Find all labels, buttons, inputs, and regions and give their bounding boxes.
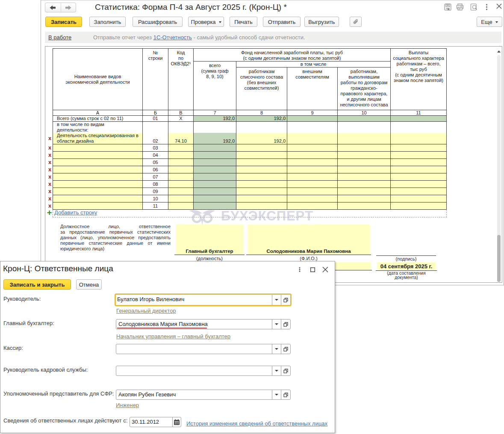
row-06-col11[interactable] xyxy=(391,166,447,173)
delete-row-icon[interactable]: x xyxy=(47,136,52,141)
row-09-col10[interactable] xyxy=(338,188,391,195)
row-activity-col9[interactable] xyxy=(287,133,338,144)
check-button[interactable]: Проверка xyxy=(188,17,224,27)
row-activity-col7[interactable]: 192,0 xyxy=(194,133,236,144)
row-03-col10[interactable] xyxy=(338,144,391,152)
manager-field[interactable]: Булатов Игорь Виленович xyxy=(116,295,290,305)
forward-button[interactable] xyxy=(61,3,76,12)
manager-dropdown-button[interactable] xyxy=(272,295,281,305)
manager-value[interactable]: Булатов Игорь Виленович xyxy=(116,295,272,305)
add-row-plus-icon[interactable]: + xyxy=(46,210,53,216)
sfr-representative-open-button[interactable] xyxy=(281,390,290,399)
row-11-okved[interactable] xyxy=(168,202,194,210)
back-button[interactable] xyxy=(45,3,61,12)
close-window-icon[interactable] xyxy=(496,3,503,10)
row-11-col7[interactable] xyxy=(194,202,236,210)
history-link[interactable]: История изменения сведений об ответствен… xyxy=(186,421,327,426)
row-09-col7[interactable] xyxy=(194,188,236,195)
row-03-col11[interactable] xyxy=(391,144,447,152)
row-10-col9[interactable] xyxy=(287,195,338,202)
row-08-col9[interactable] xyxy=(287,181,338,188)
row-07-okved[interactable] xyxy=(168,173,194,181)
row-08-col7[interactable] xyxy=(194,181,236,188)
row-09-col9[interactable] xyxy=(287,188,338,195)
cashier-value[interactable] xyxy=(116,344,272,354)
row-04-col11[interactable] xyxy=(391,152,447,159)
row-11-col8[interactable] xyxy=(236,202,287,210)
cashier-open-button[interactable] xyxy=(281,344,290,354)
fill-button[interactable]: Заполнить xyxy=(89,17,126,27)
cancel-button[interactable]: Отмена xyxy=(76,279,102,290)
dialog-kebab-menu-icon[interactable] xyxy=(299,267,301,272)
report-service-link[interactable]: 1С-Отчетность xyxy=(153,34,192,41)
hr-head-dropdown-button[interactable] xyxy=(272,366,281,375)
row-05-col9[interactable] xyxy=(287,159,338,166)
sfr-representative-position-link[interactable]: Инженер xyxy=(116,402,139,408)
row-07-col10[interactable] xyxy=(338,173,391,181)
row-total-col7[interactable]: 192,0 xyxy=(194,116,236,122)
row-03-col8[interactable] xyxy=(236,144,287,152)
row-06-col7[interactable] xyxy=(194,166,236,173)
more-button[interactable]: Еще xyxy=(477,17,502,27)
row-05-col11[interactable] xyxy=(391,159,447,166)
row-06-col10[interactable] xyxy=(338,166,391,173)
hr-head-value[interactable] xyxy=(116,366,272,375)
row-04-col8[interactable] xyxy=(236,152,287,159)
manager-open-button[interactable] xyxy=(281,295,290,305)
row-08-col8[interactable] xyxy=(236,181,287,188)
kebab-menu-icon[interactable] xyxy=(486,3,488,11)
delete-row-icon[interactable]: x xyxy=(47,174,52,179)
row-06-okved[interactable] xyxy=(168,166,194,173)
row-06-col8[interactable] xyxy=(236,166,287,173)
save-icon[interactable] xyxy=(444,3,452,11)
position-field[interactable]: Главный бухгалтер xyxy=(176,225,243,255)
row-04-col7[interactable] xyxy=(194,152,236,159)
row-activity-col11[interactable] xyxy=(391,133,447,144)
row-11-col11[interactable] xyxy=(391,202,447,210)
row-07-col9[interactable] xyxy=(287,173,338,181)
row-07-name[interactable] xyxy=(53,173,143,181)
row-07-col11[interactable] xyxy=(391,173,447,181)
row-04-col9[interactable] xyxy=(287,152,338,159)
row-07-col7[interactable] xyxy=(194,173,236,181)
cashier-dropdown-button[interactable] xyxy=(272,344,281,354)
row-total-col10[interactable] xyxy=(338,116,391,122)
row-09-name[interactable] xyxy=(53,188,143,195)
manager-position-link[interactable]: Генеральный директор xyxy=(116,308,176,314)
delete-row-icon[interactable]: x xyxy=(47,160,52,165)
chief-accountant-dropdown-button[interactable] xyxy=(272,320,281,329)
fio-field[interactable]: Солодовникова Мария Пахомовна xyxy=(248,225,370,255)
delete-row-icon[interactable]: x xyxy=(47,145,52,150)
cashier-field[interactable] xyxy=(116,344,291,354)
row-04-okved[interactable] xyxy=(168,152,194,159)
valid-from-date-field[interactable]: 30.11.2012 xyxy=(130,417,181,427)
row-06-col9[interactable] xyxy=(287,166,338,173)
add-row-link[interactable]: Добавить строку xyxy=(54,209,97,216)
send-button[interactable]: Отправить xyxy=(263,17,301,27)
row-03-col7[interactable] xyxy=(194,144,236,152)
save-button[interactable]: Записать xyxy=(45,17,82,27)
row-08-name[interactable] xyxy=(53,181,143,188)
delete-row-icon[interactable]: x xyxy=(47,152,52,158)
row-10-col10[interactable] xyxy=(338,195,391,202)
decrypt-button[interactable]: Расшифровать xyxy=(133,17,183,27)
row-04-name[interactable] xyxy=(53,152,143,159)
row-10-col11[interactable] xyxy=(391,195,447,202)
row-03-name[interactable] xyxy=(53,144,143,152)
row-10-okved[interactable] xyxy=(168,195,194,202)
delete-row-icon[interactable]: x xyxy=(47,196,52,201)
print-icon[interactable] xyxy=(456,3,464,11)
row-07-col8[interactable] xyxy=(236,173,287,181)
date-field[interactable]: 04 сентября 2025 г. xyxy=(377,262,436,270)
row-04-col10[interactable] xyxy=(338,152,391,159)
save-close-button[interactable]: Записать и закрыть xyxy=(3,279,71,290)
row-05-col8[interactable] xyxy=(236,159,287,166)
row-total-col9[interactable] xyxy=(287,116,338,122)
row-05-name[interactable] xyxy=(53,159,143,166)
sfr-representative-field[interactable]: Акопян Рубен Гезевич xyxy=(116,390,291,400)
status-state-link[interactable]: В работе xyxy=(48,34,71,41)
row-total-col11[interactable] xyxy=(391,116,447,122)
delete-row-icon[interactable]: x xyxy=(47,189,52,194)
row-total-col8[interactable]: 192,0 xyxy=(236,116,287,122)
dialog-close-icon[interactable] xyxy=(322,267,328,273)
